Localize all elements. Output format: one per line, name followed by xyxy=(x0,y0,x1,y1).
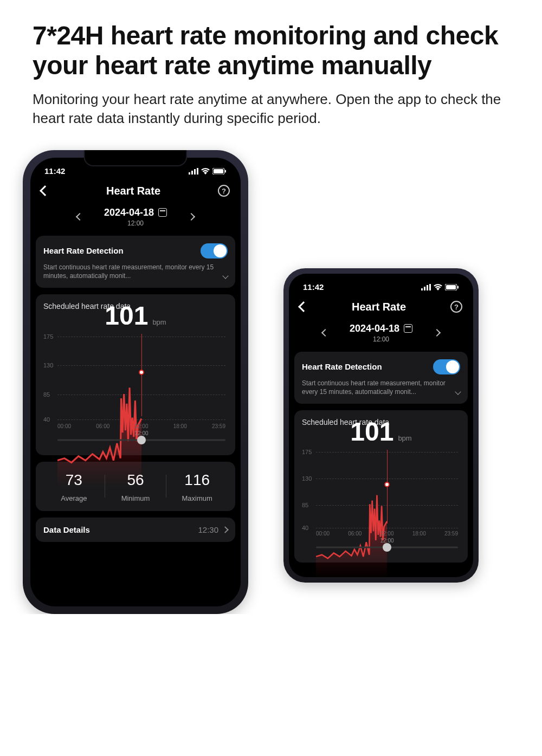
svg-rect-8 xyxy=(424,287,425,290)
detection-toggle[interactable] xyxy=(433,359,460,374)
current-hr-value: 101 xyxy=(105,301,148,331)
page-title: Heart Rate xyxy=(352,301,406,313)
selected-time: 12:00 xyxy=(104,219,167,227)
y-tick: 130 xyxy=(302,475,312,482)
data-details-label: Data Details xyxy=(43,525,90,534)
date-prev-button[interactable] xyxy=(321,329,329,337)
x-tick: 18:00 xyxy=(412,531,426,537)
phone-mockup-small: 11:42 Heart Rate ? xyxy=(283,268,479,583)
status-time: 11:42 xyxy=(303,282,324,292)
detection-description: Start continuous heart rate measurement,… xyxy=(43,263,221,280)
x-tick: 18:00 xyxy=(173,423,187,429)
chart-line xyxy=(57,333,225,501)
y-tick: 85 xyxy=(43,391,50,398)
status-time: 11:42 xyxy=(44,166,65,176)
detection-card: Heart Rate Detection Start continuous he… xyxy=(294,352,468,404)
svg-rect-2 xyxy=(194,169,196,175)
svg-rect-6 xyxy=(225,170,226,172)
data-details-row[interactable]: Data Details 12:30 xyxy=(36,518,235,542)
current-hr-unit: bpm xyxy=(152,318,166,326)
help-icon[interactable]: ? xyxy=(218,185,230,197)
y-tick: 175 xyxy=(43,333,53,340)
back-button[interactable] xyxy=(298,301,309,312)
expand-description-button[interactable] xyxy=(222,273,228,279)
status-bar: 11:42 xyxy=(289,274,473,296)
x-tick: 00:00 xyxy=(57,423,71,429)
y-tick: 40 xyxy=(302,525,308,531)
wifi-icon xyxy=(201,168,210,175)
svg-rect-13 xyxy=(457,286,459,288)
detection-title: Heart Rate Detection xyxy=(43,246,124,255)
x-tick: 06:00 xyxy=(96,423,109,429)
detection-card: Heart Rate Detection Start continuous he… xyxy=(36,236,235,288)
x-tick: 23:59 xyxy=(444,531,458,537)
help-icon[interactable]: ? xyxy=(450,301,462,313)
marketing-headline: 7*24H heart rate monitoring and check yo… xyxy=(33,21,509,80)
svg-rect-12 xyxy=(446,285,456,289)
chart-card: Scheduled heart rate data 101 bpm 175 13… xyxy=(36,294,235,455)
chart-card: Scheduled heart rate data 101 bpm 175 13… xyxy=(294,410,468,563)
back-button[interactable] xyxy=(40,185,50,196)
scrubber-thumb[interactable] xyxy=(383,543,391,552)
chart-cursor-dot xyxy=(139,370,144,375)
x-tick: 00:00 xyxy=(316,531,330,537)
svg-rect-1 xyxy=(191,171,193,175)
wifi-icon xyxy=(434,284,442,290)
svg-rect-7 xyxy=(421,288,423,290)
date-picker[interactable]: 2024-04-18 12:00 xyxy=(350,323,412,343)
phone-mockup-large: 11:42 Heart Rate ? xyxy=(23,150,248,614)
selected-date: 2024-04-18 xyxy=(104,207,154,218)
calendar-icon xyxy=(404,324,412,333)
heart-rate-chart[interactable]: 175 130 85 40 00:00 xyxy=(302,449,460,537)
x-tick: 12:00 xyxy=(380,531,393,537)
time-scrubber[interactable]: 12:00 xyxy=(302,540,460,555)
y-tick: 85 xyxy=(302,502,308,508)
x-tick: 06:00 xyxy=(348,531,362,537)
date-prev-button[interactable] xyxy=(76,213,83,221)
current-hr-value: 101 xyxy=(350,417,393,447)
y-tick: 175 xyxy=(302,449,312,455)
selected-time: 12:00 xyxy=(350,335,412,343)
signal-icon xyxy=(421,284,431,290)
x-tick: 12:00 xyxy=(134,423,148,429)
x-tick: 23:59 xyxy=(212,423,225,429)
chart-line xyxy=(316,449,458,577)
y-tick: 40 xyxy=(43,416,50,423)
battery-icon xyxy=(445,284,459,290)
chart-cursor-dot xyxy=(384,482,390,487)
svg-rect-5 xyxy=(214,169,223,173)
svg-rect-9 xyxy=(427,285,428,290)
detection-toggle[interactable] xyxy=(201,243,228,259)
time-scrubber[interactable]: 12:00 xyxy=(43,432,228,448)
chevron-right-icon xyxy=(222,526,229,533)
page-title: Heart Rate xyxy=(106,185,160,197)
svg-rect-0 xyxy=(189,172,190,175)
data-details-time: 12:30 xyxy=(198,525,218,534)
phone-notch xyxy=(83,150,187,166)
detection-title: Heart Rate Detection xyxy=(302,362,382,371)
battery-icon xyxy=(212,168,227,175)
date-next-button[interactable] xyxy=(433,329,441,337)
scrubber-thumb[interactable] xyxy=(137,436,146,444)
expand-description-button[interactable] xyxy=(455,389,461,395)
calendar-icon xyxy=(158,208,167,217)
y-tick: 130 xyxy=(43,362,53,369)
current-hr-unit: bpm xyxy=(398,434,411,442)
heart-rate-chart[interactable]: 175 130 85 40 xyxy=(43,333,228,429)
signal-icon xyxy=(189,168,198,175)
detection-description: Start continuous heart rate measurement,… xyxy=(302,379,454,396)
date-next-button[interactable] xyxy=(188,213,195,221)
svg-rect-3 xyxy=(197,168,198,175)
selected-date: 2024-04-18 xyxy=(350,323,399,334)
marketing-subhead: Monitoring your heart rate anytime at an… xyxy=(33,90,509,128)
date-picker[interactable]: 2024-04-18 12:00 xyxy=(104,207,167,227)
svg-rect-10 xyxy=(429,284,431,290)
